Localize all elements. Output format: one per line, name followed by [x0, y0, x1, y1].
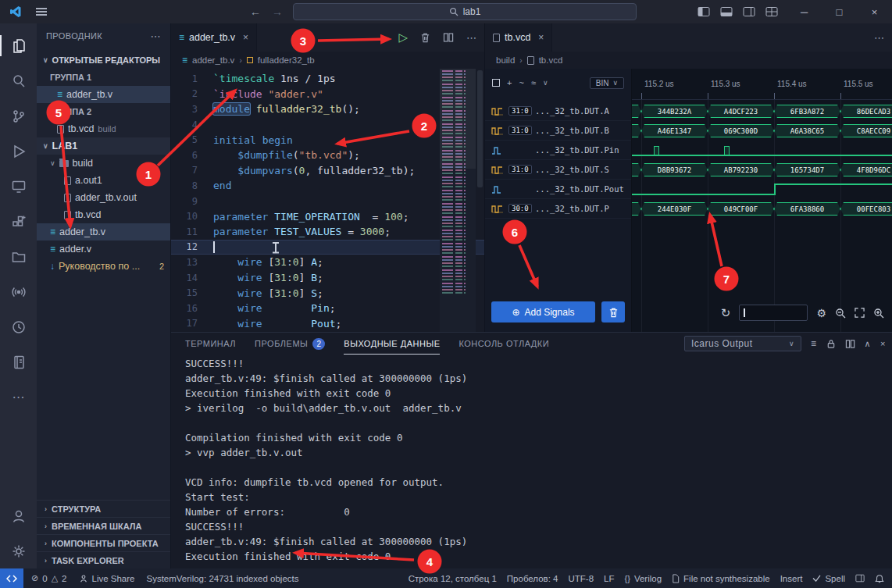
- zoom-in-icon[interactable]: [873, 308, 884, 319]
- section-timeline[interactable]: ›ВРЕМЕННАЯ ШКАЛА: [37, 517, 170, 534]
- refresh-icon[interactable]: ↻: [721, 306, 731, 320]
- format-select[interactable]: BIN ∨: [590, 77, 624, 89]
- section-project-components[interactable]: ›КОМПОНЕНТЫ ПРОЕКТА: [37, 534, 170, 551]
- tilde-icon[interactable]: ~: [519, 78, 523, 87]
- wave-row[interactable]: [632, 141, 892, 160]
- activity-account[interactable]: [0, 498, 37, 533]
- code-line[interactable]: 8end: [171, 178, 484, 194]
- code-line[interactable]: 17 wire Pout;: [171, 316, 484, 332]
- wave-row[interactable]: 344B232AA4DCF2236FB3A87286DECAD3: [632, 102, 892, 121]
- activity-run-debug[interactable]: [0, 134, 37, 169]
- notifications-bell-icon[interactable]: [875, 574, 884, 583]
- tree-item[interactable]: ≡adder_tb.v: [37, 223, 170, 241]
- menu-hamburger-icon[interactable]: [36, 11, 47, 12]
- indexer-status[interactable]: SystemVerilog: 24731 indexed objects: [146, 574, 298, 583]
- code-line[interactable]: 14 wire [31:0] B;: [171, 270, 484, 286]
- tree-header[interactable]: ∨ОТКРЫТЫЕ РЕДАКТОРЫ: [37, 52, 170, 69]
- tab-output[interactable]: ВЫХОДНЫЕ ДАННЫЕ: [344, 333, 440, 355]
- tab-terminal[interactable]: ТЕРМИНАЛ: [185, 333, 236, 355]
- code-line[interactable]: 1`timescale 1ns / 1ps: [171, 71, 484, 87]
- trash-icon[interactable]: [420, 32, 430, 43]
- code-line[interactable]: 9: [171, 194, 484, 209]
- wave-row[interactable]: [632, 180, 892, 199]
- insert-mode[interactable]: Insert: [780, 574, 803, 583]
- tab-problems[interactable]: ПРОБЛЕМЫ2: [255, 333, 325, 355]
- section-task-explorer[interactable]: ›TASK EXPLORER: [37, 551, 170, 568]
- code-line[interactable]: 6 $dumpfile("tb.vcd");: [171, 148, 484, 163]
- zoom-fit-icon[interactable]: [855, 308, 865, 318]
- close-window-button[interactable]: ×: [857, 0, 892, 23]
- wave-panel[interactable]: 115.2 us115.3 us115.4 us115.5 us 344B232…: [632, 69, 892, 332]
- code-line[interactable]: 13 wire [31:0] A;: [171, 255, 484, 270]
- gear-icon[interactable]: ⚙: [816, 307, 826, 319]
- breadcrumb-file[interactable]: tb.vcd: [539, 55, 563, 65]
- zoom-out-icon[interactable]: [835, 308, 846, 319]
- tab-tb.vcd[interactable]: tb.vcd ×: [485, 23, 552, 52]
- wave-row[interactable]: 244E030F049CF00F6FA3886000FEC803: [632, 199, 892, 219]
- activity-extensions[interactable]: [0, 204, 37, 239]
- back-button[interactable]: ←: [250, 5, 261, 18]
- editor-scrollbar[interactable]: [476, 69, 484, 332]
- activity-notebook[interactable]: [0, 344, 37, 380]
- code-line[interactable]: 7 $dumpvars(0, fulladder32_tb);: [171, 163, 484, 179]
- toggle-secondary-sidebar-icon[interactable]: [743, 6, 755, 17]
- layout-status-icon[interactable]: [855, 574, 865, 583]
- signal-row[interactable]: 31:0..._32_tb.DUT.B: [485, 121, 631, 141]
- code-line[interactable]: 16 wire Pin;: [171, 301, 484, 316]
- signal-row[interactable]: 31:0..._32_tb.DUT.S: [485, 160, 631, 180]
- toggle-sidebar-icon[interactable]: [698, 6, 710, 17]
- activity-live-share[interactable]: [0, 274, 37, 309]
- code-line[interactable]: 3module fulladder32_tb();: [171, 102, 484, 117]
- tree-item[interactable]: tb.vcd: [37, 206, 170, 223]
- add-signals-button[interactable]: ⊕ Add Signals: [491, 301, 595, 323]
- code-line[interactable]: 12: [171, 240, 484, 255]
- code-line[interactable]: 5initial begin: [171, 132, 484, 148]
- code-editor[interactable]: 1`timescale 1ns / 1ps2`include "adder.v"…: [171, 69, 484, 332]
- breadcrumb-folder[interactable]: build: [496, 55, 515, 65]
- activity-more-icon[interactable]: ⋯: [0, 380, 37, 415]
- add-icon[interactable]: +: [507, 78, 512, 87]
- activity-timeline[interactable]: [0, 309, 37, 344]
- activity-remote-explorer[interactable]: [0, 169, 37, 204]
- tree-root[interactable]: ∨LAB1: [37, 137, 170, 155]
- signal-row[interactable]: ..._32_tb.DUT.Pout: [485, 180, 631, 199]
- remote-indicator[interactable]: [0, 568, 23, 588]
- split-editor-icon[interactable]: [443, 32, 454, 43]
- minimap[interactable]: [440, 69, 476, 332]
- code-line[interactable]: 2`include "adder.v": [171, 87, 484, 102]
- scrollbar-thumb[interactable]: [477, 70, 483, 187]
- maximize-button[interactable]: □: [822, 0, 857, 23]
- minimize-button[interactable]: ─: [787, 0, 822, 23]
- select-signals-icon[interactable]: [492, 79, 500, 87]
- tab-adder_tb.v[interactable]: ≡ adder_tb.v ×: [171, 23, 257, 52]
- terminal-output[interactable]: SUCCESS!!! adder_tb.v:49: $finish called…: [185, 356, 884, 568]
- signal-row[interactable]: 31:0..._32_tb.DUT.A: [485, 102, 631, 121]
- code-line[interactable]: 11parameter TEST_VALUES = 3000;: [171, 224, 484, 240]
- section-outline[interactable]: ›СТРУКТУРА: [37, 500, 170, 517]
- indentation-status[interactable]: Пробелов: 4: [507, 574, 558, 583]
- breadcrumb[interactable]: ≡ adder_tb.v › fulladder32_tb: [171, 52, 484, 69]
- output-actions-icon[interactable]: ≡: [811, 338, 817, 349]
- code-line[interactable]: 10parameter TIME_OPERATION = 100;: [171, 208, 484, 224]
- code-line[interactable]: 4: [171, 117, 484, 133]
- signal-row[interactable]: ..._32_tb.DUT.Pin: [485, 141, 631, 160]
- code-line[interactable]: 15 wire [31:0] S;: [171, 285, 484, 301]
- run-button[interactable]: ▷: [398, 30, 408, 45]
- synthesis-status[interactable]: File not synthesizable: [672, 574, 770, 583]
- customize-layout-icon[interactable]: [765, 6, 778, 17]
- tree-item[interactable]: tb.vcdbuild: [37, 120, 170, 137]
- activity-explorer[interactable]: [0, 28, 37, 63]
- live-share-status[interactable]: Live Share: [79, 574, 135, 583]
- tree-folder[interactable]: ∨build: [37, 155, 170, 172]
- breadcrumb-file[interactable]: adder_tb.v: [192, 55, 234, 65]
- sidebar-more-icon[interactable]: ⋯: [151, 30, 161, 42]
- tree-item[interactable]: ↓Руководство по ...2: [37, 258, 170, 275]
- activity-source-control[interactable]: [0, 98, 37, 134]
- language-mode[interactable]: {}Verilog: [625, 574, 662, 583]
- encoding-status[interactable]: UTF-8: [569, 574, 594, 583]
- tree-item[interactable]: a.out1: [37, 172, 170, 189]
- breadcrumb-symbol[interactable]: fulladder32_tb: [258, 55, 315, 65]
- activity-settings-gear[interactable]: [0, 533, 37, 568]
- wave-row[interactable]: D8B93672AB792230165734D74F8D96DC: [632, 160, 892, 180]
- breadcrumb[interactable]: build › tb.vcd: [485, 52, 892, 69]
